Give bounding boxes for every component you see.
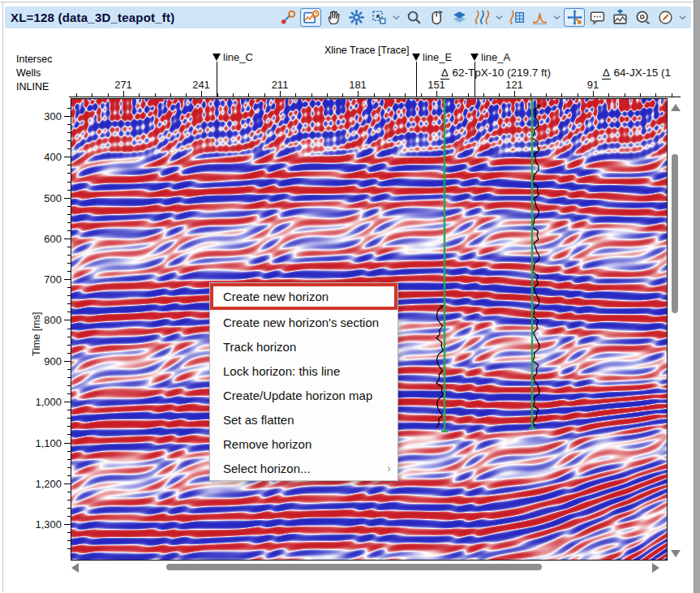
- left-axis-major-tick: [64, 157, 71, 157]
- top-axis-major-tick: [358, 91, 359, 97]
- compass-icon[interactable]: [655, 8, 676, 27]
- top-axis-minor-tick: [374, 93, 375, 97]
- top-axis-minor-tick: [170, 93, 171, 97]
- top-axis-minor-tick: [342, 93, 343, 97]
- top-axis-label: 211: [272, 79, 289, 91]
- top-axis-label: 241: [192, 79, 210, 91]
- export-image-icon[interactable]: [609, 8, 630, 27]
- left-axis-label: 300: [19, 110, 62, 122]
- well-delta-icon: Δ: [440, 67, 449, 79]
- left-axis-label: 1,300: [19, 518, 62, 531]
- well-delta-icon: Δ: [602, 67, 611, 79]
- window-border-top: [0, 2, 694, 2]
- menu-item-label: Set as flatten: [223, 413, 294, 427]
- wiggle-grid-icon[interactable]: [506, 8, 527, 27]
- top-axis-minor-tick: [499, 93, 500, 97]
- menu-item-lock-horizon-this-line[interactable]: Lock horizon: this line: [210, 359, 397, 383]
- well-head-text: 62-TpX-10 (219.7 ft): [452, 67, 551, 79]
- top-axis-label: 151: [427, 79, 445, 91]
- crosshair-move-icon[interactable]: [564, 8, 585, 27]
- menu-item-set-as-flatten[interactable]: Set as flatten: [210, 407, 397, 432]
- top-axis-minor-tick: [421, 93, 422, 97]
- left-axis-label: 1,000: [19, 396, 62, 408]
- header-label-inline: INLINE: [16, 81, 49, 92]
- horizontal-scroll-left-arrow[interactable]: [71, 563, 79, 573]
- horizontal-scrollbar-thumb[interactable]: [166, 564, 542, 570]
- compass-dropdown-chevron-icon[interactable]: [677, 8, 688, 27]
- menu-item-create-update-horizon-map[interactable]: Create/Update horizon map: [210, 383, 397, 407]
- left-axis-label: 1,200: [19, 478, 62, 490]
- top-axis-minor-tick: [155, 93, 156, 97]
- top-axis-minor-tick: [530, 93, 531, 97]
- top-axis-minor-tick: [672, 93, 672, 97]
- vertical-scroll-up-arrow[interactable]: [671, 104, 681, 111]
- horizontal-scroll-right-arrow[interactable]: [652, 563, 659, 573]
- comment-icon[interactable]: [586, 8, 608, 27]
- menu-item-remove-horizon[interactable]: Remove horizon: [210, 432, 397, 456]
- top-axis-major-tick: [123, 91, 124, 97]
- vertical-scrollbar-thumb[interactable]: [672, 154, 678, 313]
- amplitude-curve-dropdown-chevron-icon[interactable]: [552, 8, 562, 27]
- top-axis-minor-tick: [578, 93, 578, 97]
- window-right-splitter[interactable]: [694, 0, 700, 593]
- pan-hand-icon[interactable]: [323, 8, 344, 27]
- settings-gear-icon[interactable]: [346, 8, 367, 27]
- menu-item-track-horizon[interactable]: Track horizon: [210, 334, 397, 359]
- top-axis-label: 271: [114, 79, 132, 91]
- top-axis-minor-tick: [264, 93, 265, 97]
- zoom-select-icon[interactable]: [368, 8, 389, 27]
- image-time-icon[interactable]: [300, 8, 321, 27]
- top-axis-minor-tick: [655, 93, 656, 97]
- flag-triangle-icon: [213, 54, 221, 61]
- titlebar: XL=128 (data_3D_teapot_ft): [5, 6, 691, 28]
- menu-item-label: Create new horizon: [223, 290, 329, 303]
- menu-item-select-horizon[interactable]: Select horizon...›: [210, 456, 397, 480]
- top-axis-minor-tick: [625, 93, 625, 97]
- menu-item-label: Lock horizon: this line: [223, 364, 340, 378]
- header-label-intersections: Intersec: [16, 54, 52, 65]
- horizon-context-menu: Create new horizonCreate new horizon's s…: [209, 282, 398, 481]
- left-axis-label: 1,100: [19, 437, 62, 449]
- menu-item-label: Remove horizon: [223, 437, 311, 451]
- top-axis-minor-tick: [92, 93, 92, 97]
- top-axis-major-tick: [514, 91, 515, 97]
- left-axis-major-tick: [64, 238, 71, 239]
- top-axis-minor-tick: [76, 93, 77, 97]
- measure-tape-icon[interactable]: [632, 8, 653, 27]
- wiggle-display-icon[interactable]: [471, 8, 492, 27]
- wiggle-display-dropdown-chevron-icon[interactable]: [494, 8, 505, 27]
- menu-item-create-new-horizon[interactable]: Create new horizon: [210, 283, 397, 310]
- menu-item-label: Create new horizon's section: [223, 316, 379, 329]
- top-axis-label: 181: [349, 79, 367, 91]
- left-axis-label: 500: [19, 192, 62, 204]
- menu-item-create-new-horizon-s-section[interactable]: Create new horizon's section: [210, 310, 397, 334]
- vertical-scroll-down-arrow[interactable]: [671, 550, 681, 557]
- left-axis-label: 400: [19, 151, 62, 163]
- flag-triangle-icon: [470, 54, 479, 61]
- left-axis-label: 700: [19, 273, 62, 286]
- zoom-select-dropdown-chevron-icon[interactable]: [391, 8, 402, 27]
- left-axis-label: 600: [19, 233, 62, 245]
- mouse-mode-icon[interactable]: [426, 8, 447, 27]
- well-head-62-TpX-10[interactable]: Δ 62-TpX-10 (219.7 ft): [440, 67, 551, 79]
- well-head-64-JX-15[interactable]: Δ 64-JX-15 (1: [602, 67, 671, 79]
- menu-item-label: Select horizon...: [223, 462, 311, 475]
- top-axis-label: 91: [587, 79, 599, 91]
- top-axis-minor-tick: [108, 93, 109, 97]
- submenu-arrow-icon: ›: [387, 462, 391, 475]
- magnifier-icon[interactable]: [403, 8, 424, 27]
- amplitude-curve-icon[interactable]: [529, 8, 550, 27]
- top-axis-minor-tick: [405, 93, 406, 97]
- top-axis-minor-tick: [452, 93, 453, 97]
- left-axis-major-tick: [64, 279, 71, 280]
- flag-triangle-icon: [412, 54, 420, 61]
- top-axis-minor-tick: [217, 93, 218, 97]
- top-axis-minor-tick: [468, 93, 469, 97]
- header-label-wells: Wells: [16, 67, 41, 79]
- left-axis-major-tick: [64, 483, 71, 484]
- left-axis-major-tick: [64, 402, 71, 402]
- display-link-icon[interactable]: [277, 8, 298, 27]
- well-head-text: 64-JX-15 (1: [613, 67, 671, 79]
- flag-label: line_E: [423, 51, 452, 63]
- layers-icon[interactable]: [449, 8, 470, 27]
